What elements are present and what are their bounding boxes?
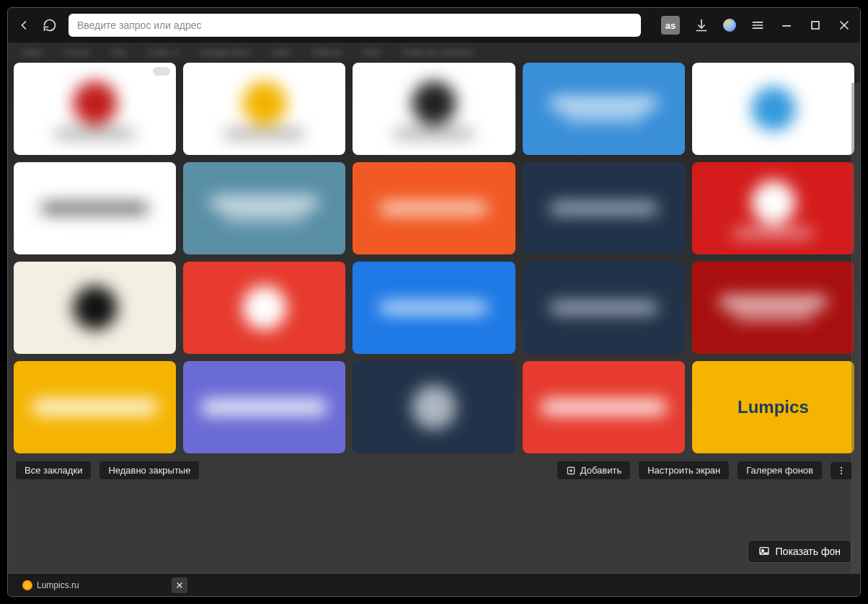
speed-dial-tile[interactable] — [692, 63, 854, 155]
more-options-button[interactable] — [830, 461, 853, 480]
speed-dial-tile[interactable] — [14, 361, 176, 453]
speed-dial-tile[interactable] — [353, 63, 515, 155]
speed-dial-tile[interactable] — [692, 162, 854, 254]
close-window-icon[interactable] — [837, 18, 851, 32]
tile-tag-icon — [153, 67, 170, 76]
add-tile-button[interactable]: Добавить — [557, 461, 631, 480]
tile-logo-icon — [751, 180, 796, 225]
minimize-window-icon[interactable] — [779, 18, 794, 32]
recently-closed-button[interactable]: Недавно закрытые — [99, 461, 200, 480]
speed-dial-tile[interactable] — [353, 262, 515, 354]
svg-rect-4 — [812, 22, 819, 29]
tile-title — [550, 203, 657, 213]
tile-subtitle — [394, 130, 474, 137]
tile-title — [550, 97, 657, 108]
favicon-icon — [22, 580, 32, 590]
speed-dial-tile[interactable]: Lumpics — [692, 361, 854, 453]
show-background-button[interactable]: Показать фон — [748, 540, 851, 563]
tile-title — [381, 203, 488, 213]
tile-subtitle — [224, 130, 304, 137]
speed-dial-tile[interactable] — [183, 162, 345, 254]
tile-logo-icon — [412, 81, 456, 125]
tile-logo-icon — [73, 285, 118, 330]
all-bookmarks-button[interactable]: Все закладки — [15, 461, 92, 480]
tile-logo-icon — [751, 86, 796, 131]
customize-screen-button[interactable]: Настроить экран — [638, 461, 730, 480]
background-gallery-button[interactable]: Галерея фонов — [737, 461, 823, 480]
speed-dial-tile[interactable] — [523, 63, 685, 155]
speed-dial-tile[interactable] — [353, 361, 515, 453]
tile-logo-icon — [242, 285, 287, 330]
address-placeholder: Введите запрос или адрес — [77, 19, 202, 31]
lastfm-icon[interactable]: as — [661, 16, 680, 35]
speed-dial: Lumpics Все закладки Недавно закрытые До… — [8, 63, 860, 573]
bookmark-bar[interactable]: Март Столи Feb Собст о Google Docs Habr … — [8, 43, 860, 63]
tile-subtitle — [563, 113, 643, 120]
speed-dial-tile[interactable] — [523, 361, 685, 453]
maximize-window-icon[interactable] — [808, 18, 823, 32]
tile-subtitle — [733, 229, 813, 236]
svg-point-12 — [841, 473, 842, 474]
speed-dial-tile[interactable] — [14, 262, 176, 354]
tile-title: Lumpics — [738, 397, 809, 417]
tile-title — [41, 203, 149, 213]
speed-dial-tile[interactable] — [183, 361, 345, 453]
tile-logo-icon — [73, 81, 118, 125]
toolbar-right: as — [661, 16, 851, 35]
tile-title — [32, 399, 157, 415]
tile-subtitle — [224, 213, 304, 220]
browser-window: Введите запрос или адрес as Март Столи — [7, 7, 861, 597]
speed-dial-tile[interactable] — [692, 262, 854, 354]
settings-menu-icon[interactable] — [750, 18, 765, 32]
tile-title — [541, 399, 665, 415]
downloads-icon[interactable] — [694, 18, 709, 32]
tile-title — [550, 302, 657, 313]
taskbar-item[interactable]: Lumpics.ru — [15, 579, 87, 592]
tile-logo-icon — [412, 385, 456, 430]
address-input[interactable]: Введите запрос или адрес — [68, 14, 641, 37]
svg-point-10 — [841, 466, 842, 468]
taskbar-close-icon[interactable] — [172, 577, 187, 593]
speed-dial-tile[interactable] — [523, 162, 685, 254]
back-button[interactable] — [17, 18, 31, 32]
tile-title — [211, 197, 318, 208]
reload-button[interactable] — [43, 18, 57, 32]
tile-title — [202, 399, 327, 415]
tile-logo-icon — [242, 81, 287, 125]
assistant-icon[interactable] — [723, 19, 736, 32]
svg-point-11 — [841, 469, 842, 471]
chip-row: Все закладки Недавно закрытые Добавить Н… — [11, 453, 857, 487]
speed-dial-tile[interactable] — [183, 63, 345, 155]
taskbar: Lumpics.ru — [8, 573, 860, 596]
tile-subtitle — [55, 130, 135, 137]
taskbar-item-label: Lumpics.ru — [37, 580, 79, 590]
speed-dial-tile[interactable] — [353, 162, 515, 254]
speed-dial-tile[interactable] — [14, 162, 176, 254]
tile-grid: Lumpics — [11, 63, 857, 453]
tile-title — [381, 302, 488, 313]
speed-dial-tile[interactable] — [183, 262, 345, 354]
tile-subtitle — [733, 312, 813, 319]
scrollbar[interactable] — [851, 83, 860, 573]
speed-dial-tile[interactable] — [523, 262, 685, 354]
tile-title — [719, 296, 827, 307]
speed-dial-tile[interactable] — [14, 63, 176, 155]
toolbar: Введите запрос или адрес as — [8, 8, 860, 43]
